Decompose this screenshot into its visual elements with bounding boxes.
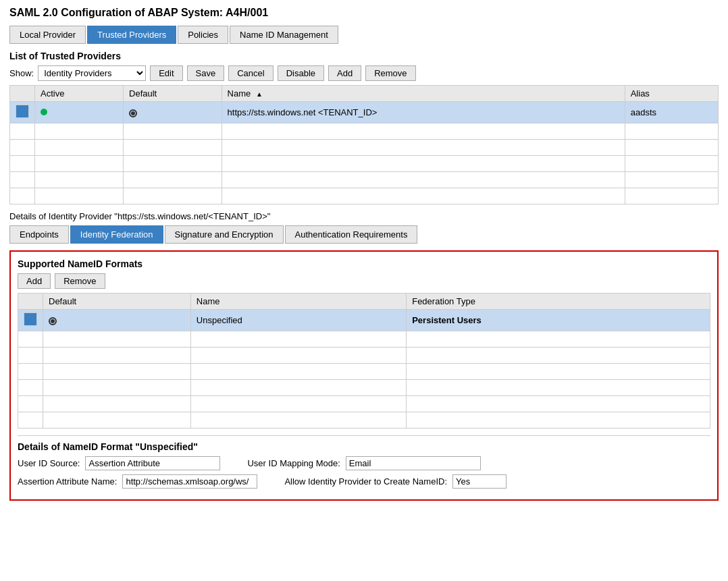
trusted-toolbar: Show: Identity Providers Service Provide… — [9, 65, 719, 81]
row-selector — [24, 312, 37, 326]
nameid-table: Default Name Federation Type Unspecified… — [18, 293, 710, 428]
trusted-providers-title: List of Trusted Providers — [9, 51, 719, 61]
table-row[interactable] — [10, 188, 719, 204]
red-border-section: Supported NameID Formats Add Remove Defa… — [9, 250, 719, 501]
nameid-remove-button[interactable]: Remove — [55, 273, 105, 289]
userid-source-label: User ID Source: — [18, 458, 80, 468]
default-radio — [49, 317, 57, 325]
nameid-details-section: Details of NameID Format "Unspecified" U… — [18, 435, 710, 489]
trusted-providers-table: Active Default Name ▲ Alias https://sts.… — [9, 85, 719, 204]
table-row[interactable] — [10, 172, 719, 188]
allow-identity-label: Allow Identity Provider to Create NameID… — [284, 476, 447, 487]
col-alias: Alias — [625, 86, 718, 102]
col-federation-type: Federation Type — [407, 294, 710, 310]
sort-arrow: ▲ — [256, 90, 263, 98]
form-row-2: Assertion Attribute Name: Allow Identity… — [18, 474, 710, 489]
remove-button[interactable]: Remove — [365, 65, 415, 81]
table-row[interactable] — [18, 331, 710, 348]
userid-source-input[interactable] — [85, 456, 220, 470]
tab-auth-requirements[interactable]: Authentication Requirements — [285, 225, 418, 244]
table-row[interactable] — [18, 412, 710, 428]
federation-type: Persistent Users — [407, 310, 710, 331]
show-dropdown[interactable]: Identity Providers Service Providers — [38, 65, 146, 81]
allow-identity-input[interactable] — [452, 474, 506, 489]
tab-policies[interactable]: Policies — [178, 26, 228, 44]
disable-button[interactable]: Disable — [278, 65, 324, 81]
col-active: Active — [35, 86, 124, 102]
table-row[interactable] — [10, 140, 719, 156]
userid-mapping-label: User ID Mapping Mode: — [247, 458, 340, 468]
table-row[interactable] — [18, 348, 710, 364]
top-tab-bar: Local Provider Trusted Providers Policie… — [9, 26, 719, 44]
col-name: Name ▲ — [222, 86, 625, 102]
assertion-attr-input[interactable] — [122, 474, 257, 489]
userid-source-group: User ID Source: — [18, 456, 220, 470]
active-dot — [41, 109, 47, 115]
page-title: SAML 2.0 Configuration of ABAP System: A… — [9, 7, 719, 19]
table-row[interactable] — [10, 156, 719, 172]
userid-mapping-group: User ID Mapping Mode: — [247, 456, 480, 470]
tab-trusted-providers[interactable]: Trusted Providers — [87, 26, 176, 44]
col-name: Name — [190, 294, 406, 310]
provider-name: https://sts.windows.net <TENANT_ID> — [222, 102, 625, 123]
detail-tab-bar: Endpoints Identity Federation Signature … — [9, 225, 719, 244]
table-row[interactable]: Unspecified Persistent Users — [18, 310, 710, 331]
cancel-button[interactable]: Cancel — [228, 65, 273, 81]
nameid-details-title: Details of NameID Format "Unspecified" — [18, 441, 710, 452]
save-button[interactable]: Save — [187, 65, 225, 81]
tab-endpoints[interactable]: Endpoints — [9, 225, 69, 244]
form-row-1: User ID Source: User ID Mapping Mode: — [18, 456, 710, 470]
userid-mapping-input[interactable] — [346, 456, 481, 470]
tab-identity-federation[interactable]: Identity Federation — [70, 225, 163, 244]
table-row[interactable] — [18, 380, 710, 396]
assertion-attr-label: Assertion Attribute Name: — [18, 476, 117, 487]
nameid-name: Unspecified — [190, 310, 406, 331]
table-row[interactable] — [10, 123, 719, 140]
table-row[interactable]: https://sts.windows.net <TENANT_ID> aads… — [10, 102, 719, 123]
tab-signature-encryption[interactable]: Signature and Encryption — [165, 225, 284, 244]
add-button[interactable]: Add — [328, 65, 361, 81]
nameid-toolbar: Add Remove — [18, 273, 710, 289]
detail-section-title: Details of Identity Provider "https://st… — [9, 211, 719, 221]
col-default: Default — [43, 294, 191, 310]
trusted-providers-section: List of Trusted Providers Show: Identity… — [9, 51, 719, 204]
default-radio — [129, 109, 137, 117]
nameid-add-button[interactable]: Add — [18, 273, 51, 289]
nameid-section-title: Supported NameID Formats — [18, 258, 710, 269]
tab-name-id-management[interactable]: Name ID Management — [230, 26, 338, 44]
allow-identity-group: Allow Identity Provider to Create NameID… — [284, 474, 506, 489]
provider-alias: aadsts — [625, 102, 718, 123]
col-default: Default — [124, 86, 222, 102]
show-label: Show: — [9, 68, 34, 78]
assertion-attr-group: Assertion Attribute Name: — [18, 474, 257, 489]
row-selector — [16, 105, 29, 118]
tab-local-provider[interactable]: Local Provider — [9, 26, 86, 44]
table-row[interactable] — [18, 396, 710, 412]
edit-button[interactable]: Edit — [150, 65, 182, 81]
table-row[interactable] — [18, 364, 710, 380]
